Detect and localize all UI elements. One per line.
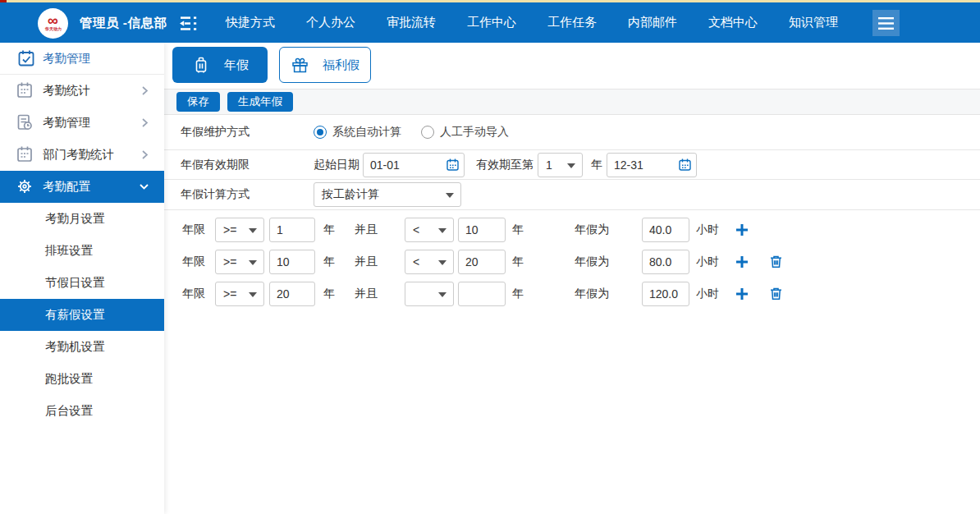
delete-rule-button[interactable]: [768, 254, 784, 269]
sidebar-item-label: 考勤统计: [43, 83, 90, 99]
nav-item-approval-flow[interactable]: 审批流转: [371, 15, 451, 30]
save-button[interactable]: 保存: [176, 92, 220, 112]
gear-icon: [15, 177, 34, 196]
calendar-picker-icon[interactable]: [678, 158, 692, 174]
nav-item-personal-office[interactable]: 个人办公: [291, 15, 371, 30]
luggage-icon: [191, 55, 211, 75]
sidebar-item-attendance-config[interactable]: 考勤配置: [0, 171, 164, 203]
top-nav: 快捷方式 个人办公 审批流转 工作中心 工作任务 内部邮件 文档中心 知识管理: [210, 2, 854, 43]
valid-until-year-select[interactable]: 1: [538, 153, 583, 177]
collapse-menu-button[interactable]: [176, 13, 201, 34]
calendar-icon: [15, 80, 34, 100]
op1-select[interactable]: >=: [215, 250, 264, 274]
and-label: 并且: [355, 255, 379, 269]
min-years-input[interactable]: [269, 218, 315, 242]
nav-item-knowledge-mgmt[interactable]: 知识管理: [773, 15, 854, 30]
hours-input[interactable]: [642, 250, 689, 274]
nav-item-document-center[interactable]: 文档中心: [693, 15, 773, 30]
submenu-item-paid-leave-settings[interactable]: 有薪假设置: [0, 299, 164, 331]
rule-row: 年限 >= 年 并且 < 年 年假为 小时: [164, 246, 980, 278]
submenu-item-attendance-machine-settings[interactable]: 考勤机设置: [0, 331, 164, 363]
logo-text: 华天动力: [44, 26, 61, 30]
submenu-item-attendance-month-settings[interactable]: 考勤月设置: [0, 203, 164, 235]
delete-rule-button[interactable]: [768, 286, 784, 301]
plus-icon: [734, 286, 750, 302]
validity-period-label: 年假有效期限: [181, 158, 314, 172]
nav-item-work-center[interactable]: 工作中心: [451, 15, 532, 30]
main-content: 年假 福利假 保存 生成年假 年假维护方式 系统自动计算 人工手动导入 年假有效…: [164, 43, 980, 514]
sidebar-item-attendance-mgmt-root[interactable]: 考勤管理: [0, 43, 164, 74]
add-rule-button[interactable]: [734, 222, 750, 238]
year-unit-label: 年: [591, 158, 604, 172]
nav-item-internal-mail[interactable]: 内部邮件: [612, 15, 693, 30]
submenu-item-shift-settings[interactable]: 排班设置: [0, 235, 164, 267]
chevron-down-icon: [138, 181, 150, 195]
radio-manual-import[interactable]: 人工手动导入: [421, 125, 509, 140]
and-label: 并且: [355, 287, 379, 301]
chevron-right-icon: [139, 117, 150, 131]
result-label: 年假为: [575, 287, 612, 301]
maintain-mode-label: 年假维护方式: [181, 125, 314, 140]
rule-row: 年限 >= 年 并且 年 年假为 小时: [164, 278, 980, 310]
radio-auto-calc[interactable]: 系统自动计算: [314, 125, 401, 140]
calc-mode-select[interactable]: 按工龄计算: [314, 182, 461, 207]
validity-period-row: 年假有效期限 起始日期 有效期至第 1 年: [164, 150, 980, 180]
hours-input[interactable]: [642, 282, 689, 306]
select-value: <: [413, 255, 419, 268]
tab-label: 年假: [224, 57, 249, 73]
calendar-check-icon: [16, 48, 36, 68]
year-unit-label: 年: [512, 255, 525, 269]
max-years-input[interactable]: [458, 282, 506, 306]
generate-annual-leave-button[interactable]: 生成年假: [227, 92, 293, 112]
user-label: 管理员 -信息部: [80, 15, 167, 32]
sidebar-item-label: 部门考勤统计: [43, 147, 114, 163]
op2-select[interactable]: <: [405, 218, 454, 242]
chevron-right-icon: [139, 149, 150, 163]
op1-select[interactable]: >=: [215, 282, 264, 306]
max-years-input[interactable]: [458, 218, 506, 242]
select-value: >=: [223, 223, 236, 236]
min-years-input[interactable]: [269, 250, 315, 274]
year-unit-label: 年: [512, 223, 525, 237]
radio-label: 系统自动计算: [332, 125, 401, 140]
rule-label: 年限: [182, 255, 215, 269]
result-label: 年假为: [575, 223, 612, 237]
calendar-picker-icon[interactable]: [446, 158, 460, 174]
end-date-field: [607, 153, 697, 177]
tab-welfare-leave[interactable]: 福利假: [279, 47, 371, 83]
add-rule-button[interactable]: [734, 254, 750, 270]
max-years-input[interactable]: [458, 250, 506, 274]
more-menu-button[interactable]: [872, 10, 900, 36]
tab-annual-leave[interactable]: 年假: [172, 47, 268, 83]
hour-unit-label: 小时: [696, 287, 721, 301]
sidebar-item-label: 考勤管理: [43, 51, 90, 67]
min-years-input[interactable]: [269, 282, 315, 306]
sidebar-item-dept-attendance-stats[interactable]: 部门考勤统计: [0, 139, 164, 171]
brand: ∞ 华天动力 管理员 -信息部: [38, 7, 167, 39]
collapse-menu-icon: [176, 13, 201, 34]
sidebar-item-attendance-manage[interactable]: 考勤管理: [0, 107, 164, 139]
op2-select[interactable]: [405, 282, 454, 306]
rule-label: 年限: [182, 287, 215, 301]
year-unit-label: 年: [323, 255, 337, 269]
submenu-item-batch-run-settings[interactable]: 跑批设置: [0, 363, 164, 395]
op1-select[interactable]: >=: [215, 218, 264, 242]
sidebar-item-attendance-stats[interactable]: 考勤统计: [0, 75, 164, 107]
plus-icon: [734, 254, 750, 270]
select-value: 1: [546, 158, 552, 172]
op2-select[interactable]: <: [405, 250, 454, 274]
maintain-mode-row: 年假维护方式 系统自动计算 人工手动导入: [164, 115, 980, 150]
add-rule-button[interactable]: [734, 286, 750, 302]
strip-red-segment: [0, 0, 7, 2]
valid-until-label: 有效期至第: [476, 158, 534, 172]
hours-input[interactable]: [642, 218, 689, 242]
submenu-item-holiday-settings[interactable]: 节假日设置: [0, 267, 164, 299]
submenu-item-backend-settings[interactable]: 后台设置: [0, 395, 164, 427]
select-value: <: [413, 223, 419, 236]
nav-item-work-tasks[interactable]: 工作任务: [532, 15, 612, 30]
tab-label: 福利假: [323, 57, 359, 73]
trash-icon: [768, 254, 784, 269]
logo-infinity-icon: ∞: [48, 16, 58, 26]
plus-icon: [734, 222, 750, 238]
nav-item-shortcuts[interactable]: 快捷方式: [210, 15, 291, 30]
